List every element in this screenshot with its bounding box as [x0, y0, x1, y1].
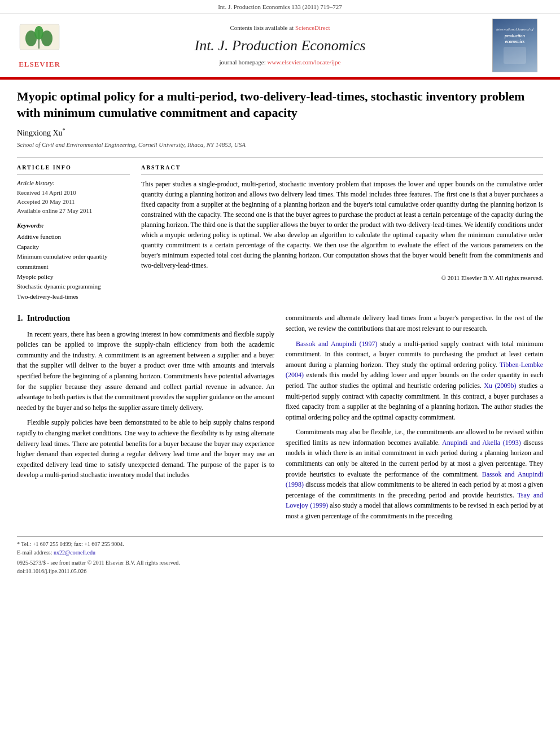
elsevier-text: ELSEVIER	[19, 59, 60, 70]
thumb-decoration	[504, 47, 526, 64]
article-columns: ARTICLE INFO Article history: Received 1…	[17, 158, 543, 302]
keyword-additive: Additive function	[17, 232, 130, 242]
body-left-text: In recent years, there has been a growin…	[17, 329, 274, 480]
thumb-line3: economics	[505, 39, 525, 45]
footnote-asterisk: *	[17, 541, 20, 547]
abstract-text: This paper studies a single-product, mul…	[141, 179, 543, 283]
email-link[interactable]: nx22@cornell.edu	[54, 549, 95, 556]
elsevier-logo-icon	[14, 21, 65, 58]
doi-line: doi:10.1016/j.ijpe.2011.05.026	[17, 567, 543, 576]
journal-ref-text: Int. J. Production Economics 133 (2011) …	[218, 3, 342, 10]
body-content: 1. Introduction In recent years, there h…	[17, 313, 543, 527]
abstract-copyright: © 2011 Elsevier B.V. All rights reserved…	[141, 273, 543, 283]
history-accepted: Accepted 20 May 2011	[17, 198, 130, 207]
ref-bassok-1998[interactable]: Bassok and Anupindi (1998)	[286, 470, 543, 489]
banner-center: Contents lists available at ScienceDirec…	[68, 24, 492, 68]
thumb-line2: production	[505, 33, 525, 39]
left-para-1: In recent years, there has been a growin…	[17, 329, 274, 413]
keyword-myopic: Myopic policy	[17, 272, 130, 282]
abstract-label: ABSTRACT	[141, 164, 543, 174]
section1-title-text: Introduction	[27, 314, 70, 322]
author-line: Ningxiong Xu*	[17, 126, 543, 139]
journal-thumb-image: international journal of production econ…	[492, 19, 537, 72]
ref-bassok-1997[interactable]: Bassok and Anupindi (1997)	[296, 340, 378, 348]
article-footer: * Tel.: +1 607 255 0499; fax: +1 607 255…	[17, 536, 543, 576]
article-info-label: ARTICLE INFO	[17, 164, 130, 174]
journal-title: Int. J. Production Economics	[68, 35, 492, 56]
article-info-column: ARTICLE INFO Article history: Received 1…	[17, 164, 130, 302]
body-left-column: 1. Introduction In recent years, there h…	[17, 313, 274, 527]
contents-line: Contents lists available at ScienceDirec…	[68, 24, 492, 33]
right-para-1: commitments and alternate delivery lead …	[286, 313, 543, 334]
keyword-minimum: Minimum cumulative order quantity commit…	[17, 252, 130, 272]
keywords-label: Keywords:	[17, 221, 130, 230]
journal-thumbnail-area: international journal of production econ…	[492, 19, 549, 72]
article-title: Myopic optimal policy for a multi-period…	[17, 89, 543, 121]
body-right-text: commitments and alternate delivery lead …	[286, 313, 543, 521]
history-online: Available online 27 May 2011	[17, 207, 130, 216]
affiliation: School of Civil and Environmental Engine…	[17, 141, 543, 150]
keywords-section: Keywords: Additive function Capacity Min…	[17, 221, 130, 302]
keyword-stochastic: Stochastic dynamic programming	[17, 282, 130, 292]
homepage-url[interactable]: www.elsevier.com/locate/ijpe	[267, 59, 340, 65]
journal-ref-bar: Int. J. Production Economics 133 (2011) …	[0, 0, 560, 14]
body-right-column: commitments and alternate delivery lead …	[286, 313, 543, 527]
email-label: E-mail address:	[17, 549, 52, 556]
footnote-tel: Tel.: +1 607 255 0499; fax: +1 607 255 9…	[21, 541, 124, 547]
issn-line: 0925-5273/$ - see front matter © 2011 El…	[17, 559, 543, 567]
history-received: Received 14 April 2010	[17, 189, 130, 198]
thumb-line1: international journal of	[496, 27, 533, 32]
ref-anupindi-1993[interactable]: Anupindi and Akella (1993)	[442, 439, 521, 447]
sciencedirect-link[interactable]: ScienceDirect	[295, 24, 330, 31]
left-para-2: Flexible supply policies have been demon…	[17, 417, 274, 480]
ref-xu-2009b[interactable]: Xu (2009b)	[484, 382, 516, 390]
footnote-email: E-mail address: nx22@cornell.edu	[17, 549, 543, 557]
abstract-column: ABSTRACT This paper studies a single-pro…	[141, 164, 543, 302]
abstract-body: This paper studies a single-product, mul…	[141, 180, 543, 269]
elsevier-logo-area: ELSEVIER	[11, 21, 68, 70]
right-para-3: Commitments may also be flexible, i.e., …	[286, 427, 543, 521]
history-label: Article history:	[17, 179, 130, 188]
author-asterisk: *	[63, 127, 65, 133]
ref-tibben[interactable]: Tibben-Lembke (2004)	[286, 361, 543, 379]
keyword-capacity: Capacity	[17, 242, 130, 252]
article-history: Article history: Received 14 April 2010 …	[17, 179, 130, 216]
svg-point-4	[34, 26, 43, 40]
ref-tsay-1999[interactable]: Tsay and Lovejoy (1999)	[286, 491, 543, 510]
main-content: Myopic optimal policy for a multi-period…	[0, 80, 560, 587]
author-name: Ningxiong Xu	[17, 129, 63, 137]
right-para-2: Bassok and Anupindi (1997) study a multi…	[286, 339, 543, 423]
homepage-line: journal homepage: www.elsevier.com/locat…	[68, 58, 492, 67]
keyword-two-delivery: Two-delivery-lead-times	[17, 292, 130, 302]
section1-heading: 1. Introduction	[17, 313, 274, 324]
footnote-contact: * Tel.: +1 607 255 0499; fax: +1 607 255…	[17, 540, 543, 549]
journal-banner: ELSEVIER Contents lists available at Sci…	[0, 14, 560, 78]
